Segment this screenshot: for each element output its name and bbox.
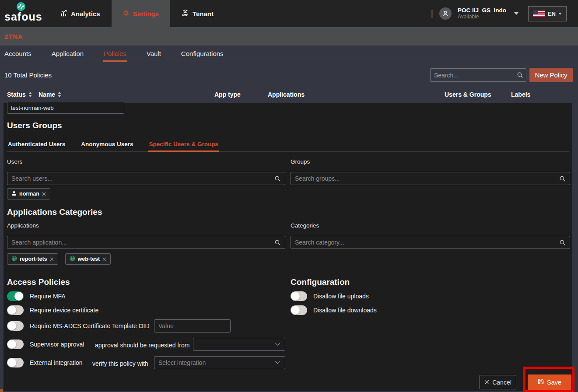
remove-chip-icon[interactable] [102, 257, 106, 261]
tab-vault[interactable]: Vault [146, 46, 162, 61]
settings-tabs: Accounts Application Policies Vault Conf… [0, 46, 578, 62]
supervisor-approval-toggle[interactable] [7, 340, 24, 349]
save-button[interactable]: Save [528, 374, 571, 390]
column-header-users-groups: Users & Groups [445, 91, 491, 98]
user-menu[interactable]: POC IIJ_GS_Indo Available [458, 7, 506, 20]
access-policies-title: Access Policies [7, 277, 70, 287]
safous-logo-text: safous [4, 10, 42, 23]
require-mfa-toggle[interactable] [7, 291, 24, 301]
policy-edit-panel: test-norman-web Users Groups Authenticat… [4, 103, 572, 391]
user-icon [11, 191, 17, 197]
require-device-certificate-toggle[interactable] [7, 305, 24, 315]
search-icon[interactable] [559, 239, 566, 246]
sort-icon[interactable] [28, 92, 32, 97]
nav-item-settings[interactable]: Settings [112, 0, 170, 27]
nav-item-tenant[interactable]: Tenant [170, 0, 225, 27]
groups-search-input[interactable] [291, 175, 559, 182]
language-selector[interactable]: EN [528, 6, 567, 21]
chevron-down-icon [275, 343, 280, 346]
users-label: Users [7, 158, 22, 165]
toggle-row-supervisor-approval: Supervisor approval [7, 340, 84, 349]
safous-logo[interactable]: safous [0, 0, 49, 27]
search-icon[interactable] [559, 175, 566, 182]
search-icon[interactable] [274, 175, 281, 182]
chevron-down-icon[interactable] [514, 12, 518, 15]
supervisor-approval-helper: approval should be requested from [95, 342, 189, 349]
disallow-file-uploads-toggle[interactable] [291, 291, 307, 301]
application-chip[interactable]: report-tets [7, 253, 58, 265]
external-integration-helper: verify this policy with [92, 360, 148, 367]
column-header-app-type: App type [214, 91, 241, 98]
tenant-icon [182, 9, 189, 18]
globe-icon [11, 256, 17, 262]
column-header-labels: Labels [511, 91, 530, 98]
close-icon [484, 379, 489, 386]
applications-label: Applications [7, 222, 39, 229]
toggle-row-disallow-uploads: Disallow file uploads [291, 291, 369, 301]
user-chip-list: norman [7, 188, 50, 200]
user-avatar[interactable] [439, 7, 452, 20]
nav-item-analytics[interactable]: Analytics [49, 0, 112, 27]
app-window: safous Analytics Settings [0, 0, 578, 392]
require-ms-adcs-toggle[interactable] [7, 321, 24, 331]
chevron-down-icon [558, 13, 562, 15]
search-icon[interactable] [517, 72, 523, 78]
column-header-status[interactable]: Status [7, 91, 32, 98]
tab-configurations[interactable]: Configurations [180, 46, 224, 61]
tab-specific-users-groups[interactable]: Specific Users & Groups [148, 138, 219, 151]
scrollbar-corner-artifact [0, 389, 3, 392]
tab-application[interactable]: Application [51, 46, 84, 61]
breadcrumb: ZTNA [4, 33, 23, 40]
ms-adcs-oid-input[interactable] [154, 319, 231, 332]
integration-select[interactable]: Select integration [154, 356, 285, 369]
remove-chip-icon[interactable] [50, 257, 54, 261]
policy-search [430, 68, 526, 82]
tab-accounts[interactable]: Accounts [4, 46, 32, 61]
toggle-row-ms-adcs: Require MS-ADCS Certificate Template OID [7, 321, 150, 331]
tab-policies[interactable]: Policies [103, 46, 127, 61]
application-chip[interactable]: web-test [65, 253, 111, 265]
applications-search [7, 236, 285, 249]
disallow-file-downloads-toggle[interactable] [291, 305, 307, 315]
users-search-input[interactable] [7, 175, 274, 182]
search-icon[interactable] [274, 239, 281, 246]
cancel-button[interactable]: Cancel [480, 375, 516, 389]
application-chip-list: report-tets web-test [7, 253, 111, 265]
toggle-row-disallow-downloads: Disallow file downloads [291, 305, 377, 315]
user-chip[interactable]: norman [7, 188, 50, 200]
toggle-row-require-mfa: Require MFA [7, 291, 66, 301]
breadcrumb-bar: ZTNA [0, 27, 578, 46]
toggle-row-device-certificate: Require device certificate [7, 305, 98, 315]
applications-search-input[interactable] [7, 239, 274, 246]
groups-label: Groups [291, 158, 310, 165]
tab-authenticated-users[interactable]: Authenticated Users [7, 138, 66, 151]
policy-search-input[interactable] [431, 72, 517, 79]
language-code: EN [548, 10, 556, 17]
save-icon [538, 378, 544, 386]
column-header-name[interactable]: Name [39, 91, 61, 98]
external-integration-toggle[interactable] [7, 358, 24, 368]
top-navigation-bar: safous Analytics Settings [0, 0, 578, 27]
users-search [7, 172, 285, 185]
supervisor-approver-select[interactable] [193, 338, 285, 351]
sort-icon[interactable] [58, 92, 61, 97]
topbar-right-cluster: | POC IIJ_GS_Indo Available EN [431, 6, 578, 21]
new-policy-button[interactable]: New Policy [529, 68, 573, 82]
chevron-down-icon [275, 361, 280, 364]
categories-search [291, 236, 570, 249]
column-header-applications: Applications [268, 91, 305, 98]
remove-chip-icon[interactable] [42, 192, 46, 196]
user-name: POC IIJ_GS_Indo [458, 7, 506, 14]
us-flag-icon [533, 10, 545, 17]
configuration-title: Configuaration [291, 277, 350, 287]
topbar-divider: | [431, 9, 433, 19]
policy-name-field[interactable]: test-norman-web [7, 102, 124, 114]
tab-anonymous-users[interactable]: Anonymous Users [80, 138, 134, 151]
groups-search [291, 172, 570, 185]
globe-icon [70, 256, 75, 262]
applications-categories-title: Applications Categories [7, 207, 102, 217]
toggle-row-external-integration: External integration [7, 358, 83, 368]
categories-label: Categories [291, 222, 319, 229]
categories-search-input[interactable] [291, 239, 559, 246]
total-policies-count: 10 Total Policies [4, 71, 52, 79]
